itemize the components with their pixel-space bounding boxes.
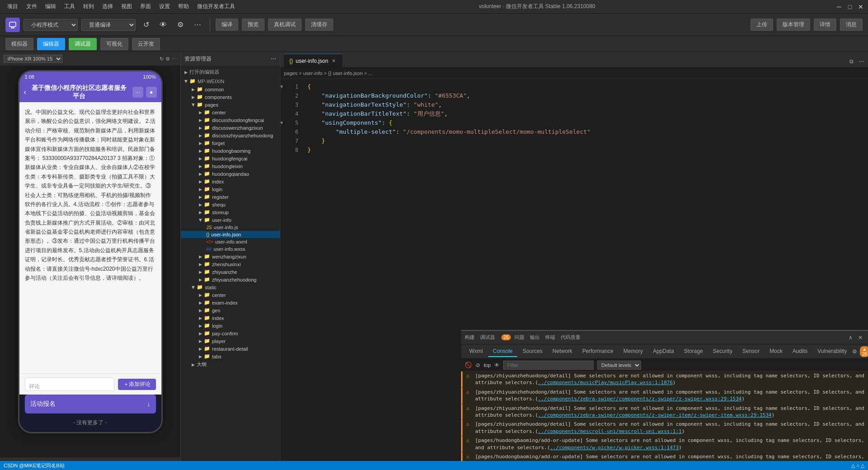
detail-button[interactable]: 详情 [814, 19, 836, 31]
tab-wxml[interactable]: Wxml [465, 346, 487, 357]
file-user-info-wxml[interactable]: </> user-info.wxml [181, 238, 280, 245]
folder-static[interactable]: ▶ 📁 static [181, 283, 280, 291]
console-link-1[interactable]: ../components/zebra-swiper/components/z-… [538, 396, 741, 402]
menu-item-settings[interactable]: 设置 [156, 1, 174, 12]
menu-item-edit[interactable]: 编辑 [42, 1, 60, 12]
tab-vulnerability[interactable]: Vulnerability [813, 346, 851, 357]
folder-huodongbaoming[interactable]: ▶ 📁 huodongbaoming [181, 147, 280, 155]
tab-security[interactable]: Security [708, 346, 737, 357]
compile-dropdown[interactable]: 普通编译 [81, 19, 136, 31]
console-clear-icon[interactable]: 🚫 [465, 362, 472, 368]
rotate-icon[interactable]: ↻ [160, 56, 164, 62]
tab-console[interactable]: Console [488, 346, 517, 357]
folder-forget[interactable]: ▶ 📁 forget [181, 139, 280, 147]
tab-appdata[interactable]: AppData [648, 346, 679, 357]
explorer-more-icon[interactable]: ⋯ [271, 56, 276, 62]
folder-wenzhangzixun[interactable]: ▶ 📁 wenzhangzixun [181, 253, 280, 260]
simulator-view-btn[interactable]: 模拟器 [5, 38, 33, 50]
tab-sensor[interactable]: Sensor [738, 346, 764, 357]
clear-cache-button[interactable]: 清缓存 [305, 19, 333, 31]
tab-sources[interactable]: Sources [518, 346, 547, 357]
refresh-icon[interactable]: ↺ [139, 18, 153, 32]
compile-button[interactable]: 编译 [216, 19, 238, 31]
console-filter-icon[interactable]: ⊘ [476, 362, 480, 368]
add-comment-button[interactable]: ＋添加评论 [118, 379, 156, 390]
more-icon[interactable]: ⋯ [191, 18, 204, 32]
message-button[interactable]: 消息 [840, 19, 863, 31]
folder-exam-index[interactable]: ▶ 📁 exam-index [181, 299, 280, 306]
menu-item-goto[interactable]: 转到 [80, 1, 98, 12]
folder-components[interactable]: ▶ 📁 components [181, 93, 280, 101]
settings-icon[interactable]: ⚙ [174, 18, 187, 32]
outline-section[interactable]: ▶ 大纲 [181, 360, 280, 369]
folder-huodongfengcai[interactable]: ▶ 📁 huodongfengcai [181, 155, 280, 162]
settings-gear-icon[interactable]: ⚙ [852, 348, 857, 355]
file-user-info-json[interactable]: {} user-info.json [181, 231, 280, 238]
devtools-close-icon[interactable]: ✕ [856, 334, 864, 342]
real-test-button[interactable]: 真机调试 [268, 19, 302, 31]
folder-index[interactable]: ▶ 📁 index [181, 178, 280, 185]
folder-discusshuodongfengcai[interactable]: ▶ 📁 discusshuodongfengcai [181, 116, 280, 124]
fold-icon-1[interactable]: ▼ [280, 82, 286, 91]
console-link-4[interactable]: ../components/w-picker/w-picker.wxss:1:1… [550, 445, 679, 451]
back-icon[interactable]: ‹ [24, 88, 26, 96]
folder-pages[interactable]: ▶ 📁 pages [181, 101, 280, 108]
folder-static-center[interactable]: ▶ 📁 center [181, 291, 280, 299]
preview-mode-icon[interactable]: 👁 [156, 18, 170, 32]
file-user-info-js[interactable]: JS user-info.js [181, 224, 280, 231]
folder-user-info[interactable]: ▶ 📁 user-info [181, 216, 280, 224]
sim-settings-icon[interactable]: ⚙ [165, 56, 170, 62]
folder-discusswenzhangzixun[interactable]: ▶ 📁 discusswenzhangzixun [181, 124, 280, 132]
folder-huongleixin[interactable]: ▶ 📁 huodongleixin [181, 162, 280, 170]
debug-view-btn[interactable]: 调试器 [69, 38, 97, 50]
tab-user-info-json[interactable]: {} user-info.json ✕ [284, 54, 342, 67]
menu-item-interface[interactable]: 界面 [137, 1, 155, 12]
minimize-button[interactable]: ─ [835, 3, 843, 10]
tab-storage[interactable]: Storage [679, 346, 708, 357]
devtools-collapse-icon[interactable]: ∧ [847, 334, 854, 342]
console-link-2[interactable]: ../components/zebra-swiper/components/z-… [538, 412, 772, 418]
open-editors-header[interactable]: ▶ 打开的编辑器 [181, 67, 280, 77]
phone-record-btn[interactable]: ● [146, 87, 157, 98]
menu-item-view[interactable]: 视图 [118, 1, 136, 12]
project-header[interactable]: ▶ 📁 MP-WEIXIN [181, 77, 280, 85]
mode-dropdown[interactable]: 小程序模式 [24, 19, 78, 31]
file-user-info-wxss[interactable]: ## user-info.wxss [181, 245, 280, 253]
folder-register[interactable]: ▶ 📁 register [181, 193, 280, 201]
console-link-3[interactable]: ../components/mescroll-uni/mescroll-uni.… [538, 428, 682, 434]
device-selector[interactable]: iPhone XR 100% 15 [4, 55, 62, 63]
cloud-view-btn[interactable]: 云开发 [132, 38, 160, 50]
version-button[interactable]: 版本管理 [777, 19, 810, 31]
register-button[interactable]: 活动报名 ↓ [25, 395, 156, 414]
console-filter-eye-icon[interactable]: 👁 [494, 362, 500, 368]
filter-input[interactable] [503, 361, 594, 370]
folder-discusszhiyuan[interactable]: ▶ 📁 discusszhiyuanzhehuodong [181, 132, 280, 139]
preview-button[interactable]: 预览 [242, 19, 264, 31]
close-button[interactable]: ✕ [857, 3, 864, 10]
menu-item-select[interactable]: 选择 [99, 1, 117, 12]
menu-item-file[interactable]: 文件 [23, 1, 41, 12]
menu-item-help[interactable]: 帮助 [175, 1, 193, 12]
folder-login[interactable]: ▶ 📁 login [181, 185, 280, 193]
tab-memory[interactable]: Memory [619, 346, 647, 357]
folder-center[interactable]: ▶ 📁 center [181, 108, 280, 116]
folder-shequ[interactable]: ▶ 📁 shequ [181, 201, 280, 208]
split-editor-icon[interactable]: ⧉ [848, 57, 855, 66]
folder-gen[interactable]: ▶ 📁 gen [181, 306, 280, 314]
tab-network[interactable]: Network [548, 346, 577, 357]
upload-button[interactable]: 上传 [750, 19, 773, 31]
tab-audits[interactable]: Audits [788, 346, 812, 357]
folder-huodongqiandao[interactable]: ▶ 📁 huodongqiandao [181, 170, 280, 178]
folder-storeup[interactable]: ▶ 📁 storeup [181, 208, 280, 216]
tab-performance[interactable]: Performance [578, 346, 618, 357]
tab-mock[interactable]: Mock [765, 346, 787, 357]
folder-tabs[interactable]: ▶ 📁 tabs [181, 352, 280, 360]
comment-input[interactable]: 评论 [25, 377, 114, 391]
tab-close-icon[interactable]: ✕ [331, 58, 336, 64]
editor-view-btn[interactable]: 编辑器 [37, 38, 65, 50]
phone-more-btn[interactable]: ··· [132, 87, 143, 98]
folder-restaurant-detail[interactable]: ▶ 📁 restaurant-detail [181, 345, 280, 352]
console-link-0[interactable]: ../components/musicPlay/musicPlay.wxss:1… [538, 380, 673, 385]
visual-view-btn[interactable]: 可视化 [100, 38, 128, 50]
folder-common[interactable]: ▶ 📁 common [181, 85, 280, 93]
